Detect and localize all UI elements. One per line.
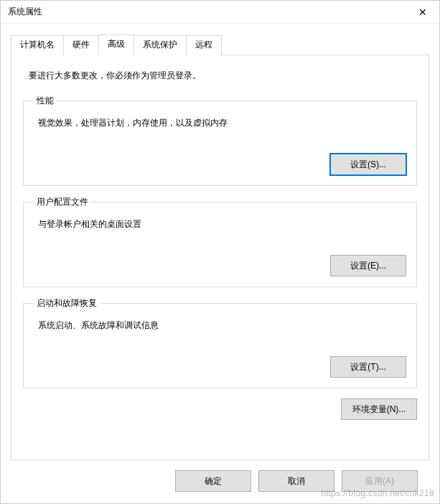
group-desc: 系统启动、系统故障和调试信息 (38, 319, 406, 332)
tab-remote[interactable]: 远程 (187, 35, 222, 55)
cancel-button[interactable]: 取消 (258, 470, 334, 492)
button-row: 设置(T)... (34, 356, 406, 378)
window-title: 系统属性 (8, 6, 406, 18)
close-button[interactable]: ✕ (406, 1, 439, 24)
tabs: 计算机名 硬件 高级 系统保护 远程 (11, 34, 429, 55)
group-performance: 性能 视觉效果，处理器计划，内存使用，以及虚拟内存 设置(S)... (23, 95, 417, 186)
close-icon: ✕ (418, 6, 427, 18)
settings-performance-button[interactable]: 设置(S)... (330, 154, 406, 175)
tab-computer-name[interactable]: 计算机名 (11, 35, 64, 55)
content-area: 计算机名 硬件 高级 系统保护 远程 要进行大多数更改，你必须作为管理员登录。 … (1, 24, 439, 503)
tab-label: 系统保护 (143, 39, 177, 50)
tab-label: 硬件 (72, 39, 90, 50)
settings-startup-recovery-button[interactable]: 设置(T)... (330, 356, 406, 378)
group-legend: 用户配置文件 (34, 196, 91, 208)
tab-panel-advanced: 要进行大多数更改，你必须作为管理员登录。 性能 视觉效果，处理器计划，内存使用，… (11, 55, 429, 460)
tab-advanced[interactable]: 高级 (99, 34, 134, 55)
tab-hardware[interactable]: 硬件 (64, 35, 99, 55)
environment-variables-button[interactable]: 环境变量(N)... (341, 398, 417, 420)
titlebar: 系统属性 ✕ (1, 1, 439, 24)
tab-label: 远程 (195, 39, 212, 50)
group-legend: 性能 (34, 95, 57, 107)
group-startup-recovery: 启动和故障恢复 系统启动、系统故障和调试信息 设置(T)... (23, 297, 417, 388)
ok-button[interactable]: 确定 (175, 470, 251, 492)
group-desc: 视觉效果，处理器计划，内存使用，以及虚拟内存 (38, 117, 406, 129)
group-user-profiles: 用户配置文件 与登录帐户相关的桌面设置 设置(E)... (23, 196, 417, 287)
intro-text: 要进行大多数更改，你必须作为管理员登录。 (29, 70, 417, 82)
settings-user-profiles-button[interactable]: 设置(E)... (330, 255, 406, 276)
tab-system-protection[interactable]: 系统保护 (134, 35, 187, 55)
button-row: 设置(E)... (34, 255, 406, 276)
tab-label: 高级 (108, 39, 125, 49)
tab-label: 计算机名 (20, 39, 55, 50)
system-properties-window: 系统属性 ✕ 计算机名 硬件 高级 系统保护 远程 要进行大多数更改，你必须作为… (0, 0, 440, 504)
group-desc: 与登录帐户相关的桌面设置 (38, 218, 406, 230)
apply-button[interactable]: 应用(A) (342, 470, 418, 492)
dialog-buttons: 确定 取消 应用(A) (11, 460, 429, 503)
env-row: 环境变量(N)... (23, 398, 417, 420)
button-row: 设置(S)... (34, 154, 406, 175)
group-legend: 启动和故障恢复 (34, 297, 100, 309)
